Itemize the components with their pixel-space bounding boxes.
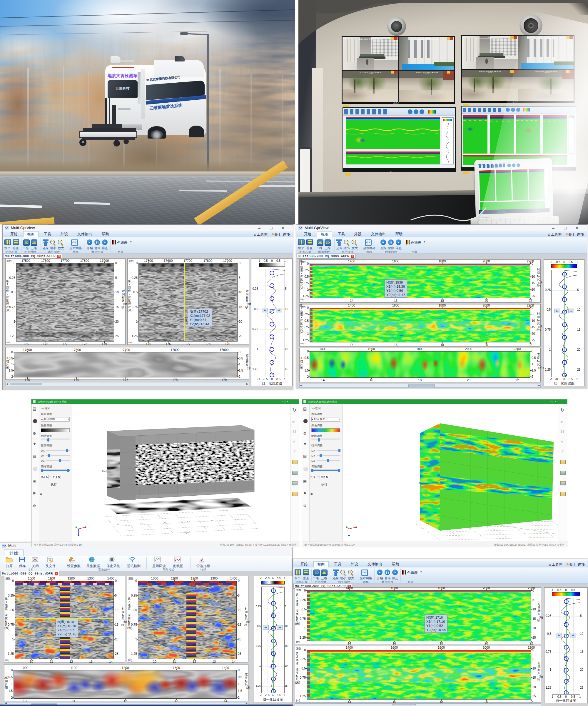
svg-text:Z(m): Z(m) (102, 470, 107, 472)
svg-text:8.0: 8.0 (211, 520, 213, 521)
svg-text:10.0: 10.0 (234, 519, 238, 521)
svg-text:0.0: 0.0 (117, 523, 119, 525)
svg-text:4.0: 4.0 (164, 521, 166, 523)
svg-text:2.0: 2.0 (140, 522, 143, 524)
svg-text:6.0: 6.0 (187, 521, 190, 522)
svg-text:X(m): X(m) (184, 531, 190, 534)
